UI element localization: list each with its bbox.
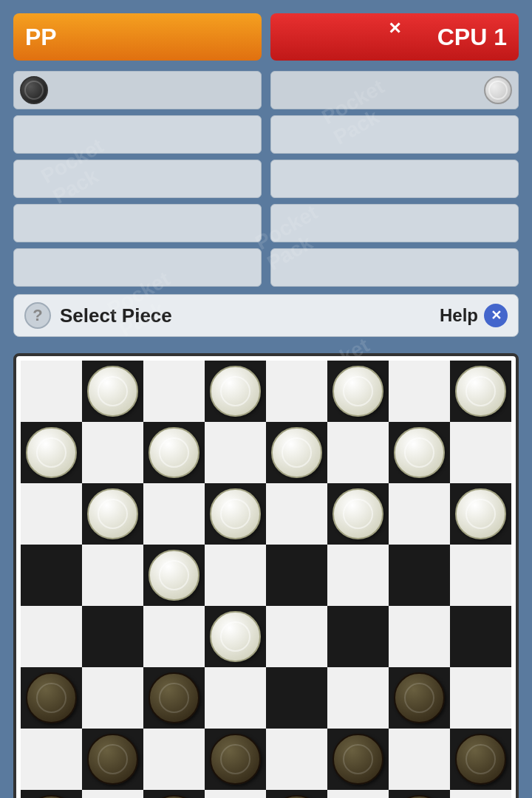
cell-3-6[interactable]	[389, 545, 450, 606]
cell-7-1[interactable]	[82, 790, 143, 798]
cell-1-6[interactable]	[389, 422, 450, 483]
cell-0-7[interactable]	[450, 361, 511, 422]
dark-piece-7-0[interactable]	[26, 795, 76, 798]
cell-4-3[interactable]	[205, 606, 266, 667]
cell-0-1[interactable]	[82, 361, 143, 422]
cell-3-3[interactable]	[205, 545, 266, 606]
cell-3-7[interactable]	[450, 545, 511, 606]
light-piece-1-2[interactable]	[149, 427, 199, 477]
dark-piece-6-1[interactable]	[87, 734, 137, 784]
cell-7-4[interactable]	[266, 790, 327, 798]
cell-0-2[interactable]	[143, 361, 205, 422]
cell-0-3[interactable]	[205, 361, 266, 422]
cell-5-4[interactable]	[266, 667, 327, 729]
cell-1-3[interactable]	[205, 422, 266, 483]
cell-4-1[interactable]	[82, 606, 143, 667]
cpu-slot-4	[270, 204, 519, 242]
cell-3-5[interactable]	[327, 545, 389, 606]
dark-piece-6-7[interactable]	[455, 734, 505, 784]
cell-4-0[interactable]	[21, 606, 82, 667]
cell-7-2[interactable]	[143, 790, 205, 798]
dark-piece-7-6[interactable]	[394, 795, 444, 798]
cpu-piece-inner-1	[488, 81, 508, 100]
cell-2-7[interactable]	[450, 483, 511, 545]
light-piece-2-7[interactable]	[455, 488, 505, 539]
cell-4-2[interactable]	[143, 606, 205, 667]
cell-5-1[interactable]	[82, 667, 143, 729]
cell-3-2[interactable]	[143, 545, 205, 606]
dark-piece-5-0[interactable]	[26, 672, 76, 723]
cell-7-3[interactable]	[205, 790, 266, 798]
cell-4-4[interactable]	[266, 606, 327, 667]
light-piece-0-3[interactable]	[210, 366, 260, 416]
piece-ring-2-7	[466, 499, 497, 530]
light-piece-0-1[interactable]	[87, 366, 137, 416]
cell-1-0[interactable]	[21, 422, 82, 483]
cell-7-0[interactable]	[21, 790, 82, 798]
cpu-slot-1	[270, 71, 519, 109]
cell-0-4[interactable]	[266, 361, 327, 422]
cell-5-0[interactable]	[21, 667, 82, 729]
light-piece-4-3[interactable]	[210, 611, 260, 661]
dark-piece-5-2[interactable]	[149, 672, 199, 723]
piece-ring-4-3	[220, 621, 251, 652]
cell-2-0[interactable]	[21, 483, 82, 545]
cell-6-1[interactable]	[82, 729, 143, 790]
help-button[interactable]: Help ✕	[440, 304, 508, 327]
cell-6-3[interactable]	[205, 729, 266, 790]
piece-ring-5-0	[36, 683, 67, 714]
piece-ring-0-5	[343, 376, 374, 407]
dark-piece-7-4[interactable]	[271, 795, 321, 798]
cell-1-5[interactable]	[327, 422, 389, 483]
cell-0-6[interactable]	[389, 361, 450, 422]
cell-1-4[interactable]	[266, 422, 327, 483]
cell-0-5[interactable]	[327, 361, 389, 422]
dark-piece-6-3[interactable]	[210, 734, 260, 784]
close-icon[interactable]: ✕	[484, 304, 508, 327]
cell-7-5[interactable]	[327, 790, 389, 798]
light-piece-2-3[interactable]	[210, 488, 260, 539]
light-piece-1-0[interactable]	[26, 427, 76, 477]
checkerboard[interactable]	[21, 361, 511, 798]
cell-2-6[interactable]	[389, 483, 450, 545]
cell-5-6[interactable]	[389, 667, 450, 729]
cell-6-2[interactable]	[143, 729, 205, 790]
cell-6-5[interactable]	[327, 729, 389, 790]
cell-3-1[interactable]	[82, 545, 143, 606]
cell-1-7[interactable]	[450, 422, 511, 483]
light-piece-1-4[interactable]	[271, 427, 321, 477]
cell-0-0[interactable]	[21, 361, 82, 422]
dark-piece-7-2[interactable]	[149, 795, 199, 798]
cell-3-4[interactable]	[266, 545, 327, 606]
cell-6-4[interactable]	[266, 729, 327, 790]
cell-5-2[interactable]	[143, 667, 205, 729]
light-piece-2-1[interactable]	[87, 488, 137, 539]
light-piece-2-5[interactable]	[332, 488, 383, 539]
cell-7-7[interactable]	[450, 790, 511, 798]
cell-7-6[interactable]	[389, 790, 450, 798]
dark-piece-5-6[interactable]	[394, 672, 444, 723]
cell-4-5[interactable]	[327, 606, 389, 667]
cell-3-0[interactable]	[21, 545, 82, 606]
cell-5-7[interactable]	[450, 667, 511, 729]
cell-4-6[interactable]	[389, 606, 450, 667]
cell-6-7[interactable]	[450, 729, 511, 790]
light-piece-0-5[interactable]	[332, 366, 383, 416]
cell-2-5[interactable]	[327, 483, 389, 545]
cell-6-6[interactable]	[389, 729, 450, 790]
cell-1-2[interactable]	[143, 422, 205, 483]
light-piece-0-7[interactable]	[455, 366, 505, 416]
cell-5-5[interactable]	[327, 667, 389, 729]
light-piece-3-2[interactable]	[149, 550, 199, 600]
cell-2-1[interactable]	[82, 483, 143, 545]
cell-6-0[interactable]	[21, 729, 82, 790]
cell-2-3[interactable]	[205, 483, 266, 545]
cell-1-1[interactable]	[82, 422, 143, 483]
cell-4-7[interactable]	[450, 606, 511, 667]
cell-2-2[interactable]	[143, 483, 205, 545]
dark-piece-6-5[interactable]	[332, 734, 383, 784]
cell-2-4[interactable]	[266, 483, 327, 545]
help-label: Help	[440, 305, 478, 326]
cell-5-3[interactable]	[205, 667, 266, 729]
light-piece-1-6[interactable]	[394, 427, 444, 477]
